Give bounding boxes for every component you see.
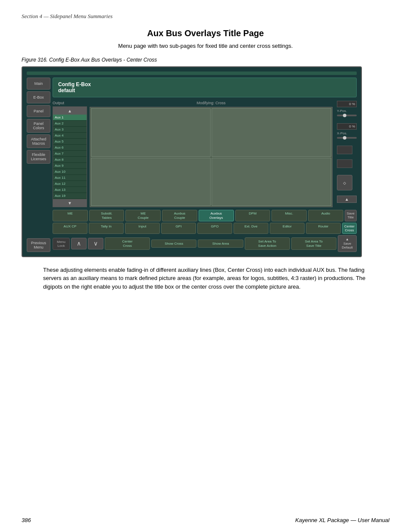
output-item-aux13[interactable]: Aux 13 [53,187,87,193]
tab-misc[interactable]: Misc. [271,210,307,221]
top-bar [27,72,357,75]
tab-auxbus-overlays[interactable]: AuxbusOverlays [199,210,234,221]
tab-input[interactable]: Input [125,223,160,234]
xpos-pct-display: 0 % [337,123,357,130]
tab-dpm[interactable]: DPM [235,210,271,221]
right-controls: 0 % Y-Pos. 0 % X-Pos. [335,101,357,207]
figure-caption: Figure 316. Config E-Box Aux Bus Overlay… [22,57,389,63]
nav-up-btn[interactable]: ∧ [71,238,87,249]
tab-router[interactable]: Router [306,223,341,234]
tab-aux-cp[interactable]: AUX CP [53,223,87,234]
output-item-aux12[interactable]: Aux 12 [53,181,87,187]
sidebar-item-panel-colors[interactable]: Panel Colors [27,119,50,133]
output-item-aux8[interactable]: Aux 8 [53,157,87,163]
scroll-up-indicator[interactable]: ▲ [337,196,357,203]
set-area-save-action-btn[interactable]: Set Area ToSave Action [245,237,290,250]
modifying-label: Modifying: Cross [90,101,333,105]
output-item-aux5[interactable]: Aux 5 [53,139,87,145]
xpos-slider[interactable] [337,137,357,139]
cross-cell-tr [212,108,331,157]
set-area-save-title-btn[interactable]: Set Area ToSave Title [291,237,336,250]
config-header-line1: Config E-Box [58,81,91,87]
save-default-btn[interactable]: ▲SaveDefault [338,235,357,252]
menu-lock-btn[interactable]: MenuLock [53,238,70,250]
sidebar-item-ebox[interactable]: E-Box [27,91,50,103]
output-item-aux3[interactable]: Aux 3 [53,127,87,133]
bottom-action-row: MenuLock ∧ ∨ CenterCross Show Cross Show… [53,235,357,252]
output-item-aux1[interactable]: Aux 1 [53,115,87,121]
diamond-control[interactable]: ⬦ [337,175,352,190]
show-area-btn[interactable]: Show Area [198,240,243,248]
show-cross-btn[interactable]: Show Cross [151,240,196,248]
cross-grid [90,107,333,207]
page-subtitle: Menu page with two sub-pages for fixed t… [22,43,389,49]
sidebar-item-previous-menu[interactable]: Previous Menu [27,238,50,252]
tab-row-1: ME Substit.Tables MECouple AuxbusCouple … [53,210,357,221]
tab-ext-dve[interactable]: Ext. Dve [234,223,268,234]
middle-area: Output ▲ Aux 1 Aux 2 Aux 3 Aux 4 Aux 5 A… [53,101,357,207]
ypos-label: Y-Pos. [337,109,357,113]
output-label: Output [53,101,87,105]
sidebar-item-flexible-licenses[interactable]: Flexible Licenses [27,150,50,164]
left-sidebar: Main E-Box Panel Panel Colors Attached M… [27,78,53,252]
tab-substit-tables[interactable]: Substit.Tables [89,210,125,221]
config-header-line2: default [58,87,75,93]
description-text: These adjusting elements enable fading-i… [43,266,381,291]
sidebar-item-attached-macros[interactable]: Attached Macros [27,134,50,148]
tab-gpi[interactable]: GPI [161,223,196,234]
ypos-pct-display: 0 % [337,101,357,107]
cross-view: Modifying: Cross [90,101,333,207]
xpos-indicator [343,136,346,140]
ypos-slider[interactable] [337,115,357,116]
cross-cell-tl [91,108,211,157]
sidebar-item-main[interactable]: Main [27,78,50,90]
output-item-aux9[interactable]: Aux 9 [53,163,87,169]
save-title-btn[interactable]: SaveTitle [345,210,357,221]
output-item-aux6[interactable]: Aux 6 [53,145,87,151]
center-cross-tab-btn[interactable]: CenterCross [342,223,357,234]
page-title: Aux Bus Overlays Title Page [22,28,389,38]
output-item-aux19[interactable]: Aux 19 [53,193,87,199]
output-scroll-up-btn[interactable]: ▲ [53,107,87,115]
right-blank1 [337,146,352,154]
section-header: Section 4 — Sidepanel Menu Summaries [22,13,389,20]
output-item-aux10[interactable]: Aux 10 [53,169,87,175]
ypos-indicator [343,114,346,117]
tab-audio[interactable]: Audio [308,210,343,221]
output-item-aux11[interactable]: Aux 11 [53,175,87,181]
output-item-aux2[interactable]: Aux 2 [53,121,87,127]
output-item-aux4[interactable]: Aux 4 [53,133,87,139]
output-scroll-container: ▲ Aux 1 Aux 2 Aux 3 Aux 4 Aux 5 Aux 6 Au… [53,106,87,207]
main-content-area: Config E-Box default Output ▲ Aux 1 Aux … [53,78,357,252]
footer: 386 Kayenne XL Package — User Manual [22,517,389,523]
footer-manual-title: Kayenne XL Package — User Manual [295,517,389,523]
config-header: Config E-Box default [53,78,357,97]
output-item-aux7[interactable]: Aux 7 [53,151,87,157]
tab-me[interactable]: ME [53,210,88,221]
nav-down-btn[interactable]: ∨ [88,238,103,249]
sidebar-item-panel[interactable]: Panel [27,105,50,117]
tab-me-couple[interactable]: MECouple [125,210,161,221]
tab-row-2: AUX CP Tally In Input GPI GPO Ext. Dve E… [53,223,357,234]
right-blank2 [337,159,352,168]
ui-screenshot: Main E-Box Panel Panel Colors Attached M… [22,66,362,257]
tab-editor[interactable]: Editor [270,223,305,234]
output-scroll-down-btn[interactable]: ▼ [53,199,87,207]
xpos-label: X-Pos. [337,131,357,135]
tab-tally-in[interactable]: Tally In [89,223,124,234]
tab-auxbus-couple[interactable]: AuxbusCouple [162,210,197,221]
cross-cell-bl [91,158,211,206]
cross-cell-br [212,158,331,206]
tab-gpo[interactable]: GPO [197,223,232,234]
center-cross-action-btn[interactable]: CenterCross [105,237,150,250]
output-list: Output ▲ Aux 1 Aux 2 Aux 3 Aux 4 Aux 5 A… [53,101,87,207]
footer-page-number: 386 [22,517,31,523]
